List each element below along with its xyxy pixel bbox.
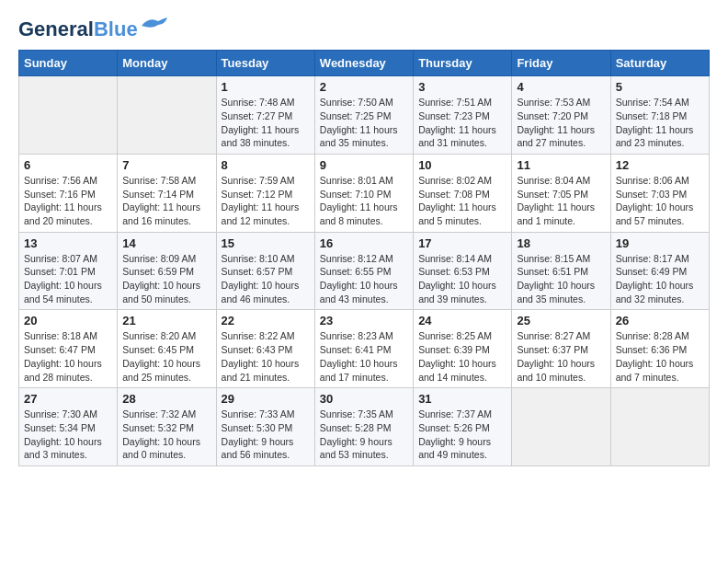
day-of-week-header: Friday [512, 51, 610, 76]
day-info: Sunrise: 8:20 AM Sunset: 6:45 PM Dayligh… [122, 329, 210, 384]
calendar-day-cell [512, 388, 610, 466]
day-number: 5 [616, 80, 704, 94]
day-info: Sunrise: 7:35 AM Sunset: 5:28 PM Dayligh… [320, 408, 408, 462]
calendar-day-cell: 15Sunrise: 8:10 AM Sunset: 6:57 PM Dayli… [216, 232, 314, 310]
calendar-day-cell: 24Sunrise: 8:25 AM Sunset: 6:39 PM Dayli… [414, 310, 512, 388]
day-info: Sunrise: 8:18 AM Sunset: 6:47 PM Dayligh… [24, 329, 112, 384]
day-number: 8 [222, 158, 310, 172]
day-info: Sunrise: 7:37 AM Sunset: 5:26 PM Dayligh… [418, 408, 506, 462]
day-info: Sunrise: 7:32 AM Sunset: 5:32 PM Dayligh… [122, 408, 210, 462]
day-info: Sunrise: 8:28 AM Sunset: 6:36 PM Dayligh… [616, 329, 704, 384]
day-number: 15 [222, 236, 310, 250]
day-number: 26 [616, 314, 704, 327]
day-number: 17 [418, 236, 506, 250]
day-info: Sunrise: 8:01 AM Sunset: 7:10 PM Dayligh… [320, 174, 408, 228]
day-info: Sunrise: 7:53 AM Sunset: 7:20 PM Dayligh… [517, 96, 605, 150]
day-number: 25 [517, 314, 605, 327]
calendar-day-cell: 9Sunrise: 8:01 AM Sunset: 7:10 PM Daylig… [314, 154, 413, 232]
page-header: GeneralBlue [18, 18, 710, 40]
day-number: 16 [320, 236, 408, 250]
calendar-week-row: 6Sunrise: 7:56 AM Sunset: 7:16 PM Daylig… [19, 154, 710, 232]
day-of-week-header: Wednesday [314, 51, 413, 76]
day-info: Sunrise: 8:07 AM Sunset: 7:01 PM Dayligh… [24, 252, 112, 306]
day-number: 13 [24, 236, 112, 250]
day-of-week-header: Sunday [19, 51, 118, 76]
day-number: 10 [418, 158, 506, 172]
day-number: 28 [122, 392, 210, 406]
calendar-week-row: 20Sunrise: 8:18 AM Sunset: 6:47 PM Dayli… [19, 310, 710, 388]
day-info: Sunrise: 7:58 AM Sunset: 7:14 PM Dayligh… [122, 174, 210, 228]
day-info: Sunrise: 8:09 AM Sunset: 6:59 PM Dayligh… [122, 252, 210, 306]
calendar-day-cell: 12Sunrise: 8:06 AM Sunset: 7:03 PM Dayli… [610, 154, 709, 232]
day-info: Sunrise: 8:06 AM Sunset: 7:03 PM Dayligh… [616, 174, 704, 228]
day-info: Sunrise: 8:10 AM Sunset: 6:57 PM Dayligh… [222, 252, 310, 306]
day-number: 6 [24, 158, 112, 172]
day-of-week-header: Tuesday [216, 51, 314, 76]
day-number: 2 [320, 80, 408, 94]
day-info: Sunrise: 7:54 AM Sunset: 7:18 PM Dayligh… [616, 96, 704, 150]
day-info: Sunrise: 7:56 AM Sunset: 7:16 PM Dayligh… [24, 174, 112, 228]
day-info: Sunrise: 8:02 AM Sunset: 7:08 PM Dayligh… [418, 174, 506, 228]
day-number: 9 [320, 158, 408, 172]
calendar-day-cell: 2Sunrise: 7:50 AM Sunset: 7:25 PM Daylig… [314, 76, 413, 155]
calendar-day-cell: 4Sunrise: 7:53 AM Sunset: 7:20 PM Daylig… [512, 76, 610, 155]
day-of-week-header: Thursday [414, 51, 512, 76]
calendar-week-row: 13Sunrise: 8:07 AM Sunset: 7:01 PM Dayli… [19, 232, 710, 310]
day-number: 31 [418, 392, 506, 406]
calendar-day-cell: 19Sunrise: 8:17 AM Sunset: 6:49 PM Dayli… [610, 232, 709, 310]
day-info: Sunrise: 7:51 AM Sunset: 7:23 PM Dayligh… [418, 96, 506, 150]
calendar-day-cell: 11Sunrise: 8:04 AM Sunset: 7:05 PM Dayli… [512, 154, 610, 232]
calendar-week-row: 1Sunrise: 7:48 AM Sunset: 7:27 PM Daylig… [19, 76, 710, 155]
day-info: Sunrise: 8:04 AM Sunset: 7:05 PM Dayligh… [517, 174, 605, 228]
day-number: 20 [24, 314, 112, 327]
day-number: 3 [418, 80, 506, 94]
day-number: 29 [222, 392, 310, 406]
day-info: Sunrise: 7:59 AM Sunset: 7:12 PM Dayligh… [222, 174, 310, 228]
calendar-table: SundayMondayTuesdayWednesdayThursdayFrid… [18, 50, 710, 466]
calendar-day-cell [118, 76, 216, 155]
calendar-day-cell: 14Sunrise: 8:09 AM Sunset: 6:59 PM Dayli… [118, 232, 216, 310]
calendar-day-cell: 5Sunrise: 7:54 AM Sunset: 7:18 PM Daylig… [610, 76, 709, 155]
day-number: 21 [122, 314, 210, 327]
day-info: Sunrise: 8:23 AM Sunset: 6:41 PM Dayligh… [320, 329, 408, 384]
day-number: 23 [320, 314, 408, 327]
day-number: 1 [222, 80, 310, 94]
calendar-day-cell [610, 388, 709, 466]
day-number: 7 [122, 158, 210, 172]
calendar-day-cell: 3Sunrise: 7:51 AM Sunset: 7:23 PM Daylig… [414, 76, 512, 155]
day-info: Sunrise: 8:27 AM Sunset: 6:37 PM Dayligh… [517, 329, 605, 384]
calendar-day-cell: 8Sunrise: 7:59 AM Sunset: 7:12 PM Daylig… [216, 154, 314, 232]
day-info: Sunrise: 8:15 AM Sunset: 6:51 PM Dayligh… [517, 252, 605, 306]
day-number: 27 [24, 392, 112, 406]
day-number: 18 [517, 236, 605, 250]
calendar-day-cell: 20Sunrise: 8:18 AM Sunset: 6:47 PM Dayli… [19, 310, 118, 388]
calendar-day-cell [19, 76, 118, 155]
logo: GeneralBlue [18, 18, 169, 40]
day-info: Sunrise: 8:22 AM Sunset: 6:43 PM Dayligh… [222, 329, 310, 384]
day-info: Sunrise: 7:30 AM Sunset: 5:34 PM Dayligh… [24, 408, 112, 462]
day-of-week-header: Monday [118, 51, 216, 76]
day-info: Sunrise: 8:12 AM Sunset: 6:55 PM Dayligh… [320, 252, 408, 306]
day-info: Sunrise: 7:33 AM Sunset: 5:30 PM Dayligh… [222, 408, 310, 462]
calendar-day-cell: 22Sunrise: 8:22 AM Sunset: 6:43 PM Dayli… [216, 310, 314, 388]
day-number: 19 [616, 236, 704, 250]
calendar-day-cell: 27Sunrise: 7:30 AM Sunset: 5:34 PM Dayli… [19, 388, 118, 466]
calendar-day-cell: 6Sunrise: 7:56 AM Sunset: 7:16 PM Daylig… [19, 154, 118, 232]
calendar-day-cell: 17Sunrise: 8:14 AM Sunset: 6:53 PM Dayli… [414, 232, 512, 310]
day-info: Sunrise: 8:25 AM Sunset: 6:39 PM Dayligh… [418, 329, 506, 384]
logo-bird-icon [140, 17, 169, 35]
calendar-header-row: SundayMondayTuesdayWednesdayThursdayFrid… [19, 51, 710, 76]
day-info: Sunrise: 8:17 AM Sunset: 6:49 PM Dayligh… [616, 252, 704, 306]
calendar-day-cell: 30Sunrise: 7:35 AM Sunset: 5:28 PM Dayli… [314, 388, 413, 466]
calendar-day-cell: 26Sunrise: 8:28 AM Sunset: 6:36 PM Dayli… [610, 310, 709, 388]
calendar-day-cell: 28Sunrise: 7:32 AM Sunset: 5:32 PM Dayli… [118, 388, 216, 466]
calendar-day-cell: 25Sunrise: 8:27 AM Sunset: 6:37 PM Dayli… [512, 310, 610, 388]
calendar-day-cell: 21Sunrise: 8:20 AM Sunset: 6:45 PM Dayli… [118, 310, 216, 388]
logo-text: GeneralBlue [18, 18, 138, 40]
calendar-week-row: 27Sunrise: 7:30 AM Sunset: 5:34 PM Dayli… [19, 388, 710, 466]
day-number: 24 [418, 314, 506, 327]
day-number: 30 [320, 392, 408, 406]
calendar-day-cell: 10Sunrise: 8:02 AM Sunset: 7:08 PM Dayli… [414, 154, 512, 232]
calendar-day-cell: 13Sunrise: 8:07 AM Sunset: 7:01 PM Dayli… [19, 232, 118, 310]
calendar-day-cell: 23Sunrise: 8:23 AM Sunset: 6:41 PM Dayli… [314, 310, 413, 388]
